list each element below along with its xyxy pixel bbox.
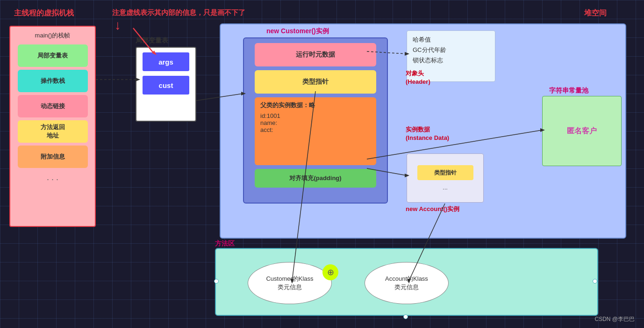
klass-customer: Customer的Klass 类元信息	[248, 262, 332, 304]
instance-data-title: 父类的实例数据：略	[260, 101, 371, 109]
customer-instance: 运行时元数据 类型指针 父类的实例数据：略 id:1001 name: acct…	[243, 37, 388, 204]
main-canvas: 主线程的虚拟机栈 注意虚线表示其内部的信息，只是画不下了 堆空间 ↓ main(…	[0, 0, 644, 328]
gc-age: GC分代年龄	[413, 45, 489, 55]
stack-item-extra-info: 附加信息	[18, 146, 88, 168]
stack-item-local-vars: 局部变量表	[18, 44, 88, 67]
string-pool-box: 匿名客户	[542, 96, 622, 166]
new-customer-title: new Customer()实例	[266, 27, 329, 36]
label-note: 注意虚线表示其内部的信息，只是画不下了	[112, 8, 245, 17]
label-main-stack: 主线程的虚拟机栈	[14, 8, 74, 18]
stack-frame-title: main()的栈帧	[35, 31, 71, 40]
red-arrow-icon: ↓	[114, 18, 121, 33]
klass-account: Account的Klass 类元信息	[365, 262, 449, 304]
move-cursor-icon: ⊕	[322, 264, 338, 280]
padding-box: 对齐填充(padding)	[255, 169, 376, 188]
obj-header-label: 对象头 (Header)	[406, 69, 430, 86]
method-area-label: 方法区	[215, 240, 235, 248]
instance-data-box: 父类的实例数据：略 id:1001 name: acct:	[255, 97, 376, 165]
hash-val: 哈希值	[413, 35, 489, 45]
label-heap: 堆空间	[584, 8, 607, 18]
stack-item-dynamic-link: 动态链接	[18, 95, 88, 117]
local-var-title: 局部变量表	[136, 36, 168, 45]
account-instance: 类型指针 ...	[407, 153, 484, 203]
stack-item-op-stack: 操作数栈	[18, 70, 88, 92]
string-pool-label: 字符串常量池	[549, 87, 588, 95]
klass-account-line1: Account的Klass	[385, 275, 428, 283]
instance-acct: acct:	[260, 126, 371, 133]
klass-customer-line2: 类元信息	[278, 283, 302, 292]
local-var-box: args cust	[136, 47, 196, 122]
klass-customer-line1: Customer的Klass	[266, 275, 313, 283]
watermark: CSDN @李巴巴	[594, 315, 635, 323]
instance-data-label: 实例数据 (Instance Data)	[406, 125, 449, 142]
local-var-cust: cust	[143, 76, 189, 95]
circle-left	[214, 279, 219, 284]
type-pointer-customer: 类型指针	[255, 70, 376, 94]
account-type-pointer: 类型指针	[417, 165, 473, 180]
circle-bottom	[403, 314, 408, 319]
lock-flag: 锁状态标志	[413, 55, 489, 66]
stack-item-return-addr: 方法返回 地址	[18, 120, 88, 143]
runtime-meta: 运行时元数据	[255, 43, 376, 66]
stack-dots: · · ·	[47, 175, 58, 184]
account-dots: ...	[443, 184, 448, 191]
new-account-label: new Account()实例	[406, 205, 459, 213]
stack-frame: main()的栈帧 局部变量表 操作数栈 动态链接 方法返回 地址 附加信息 ·…	[9, 26, 96, 227]
local-var-args: args	[143, 52, 189, 71]
circle-right	[593, 279, 597, 284]
klass-account-line2: 类元信息	[394, 283, 419, 292]
instance-name: name:	[260, 119, 371, 126]
instance-id: id:1001	[260, 112, 371, 119]
